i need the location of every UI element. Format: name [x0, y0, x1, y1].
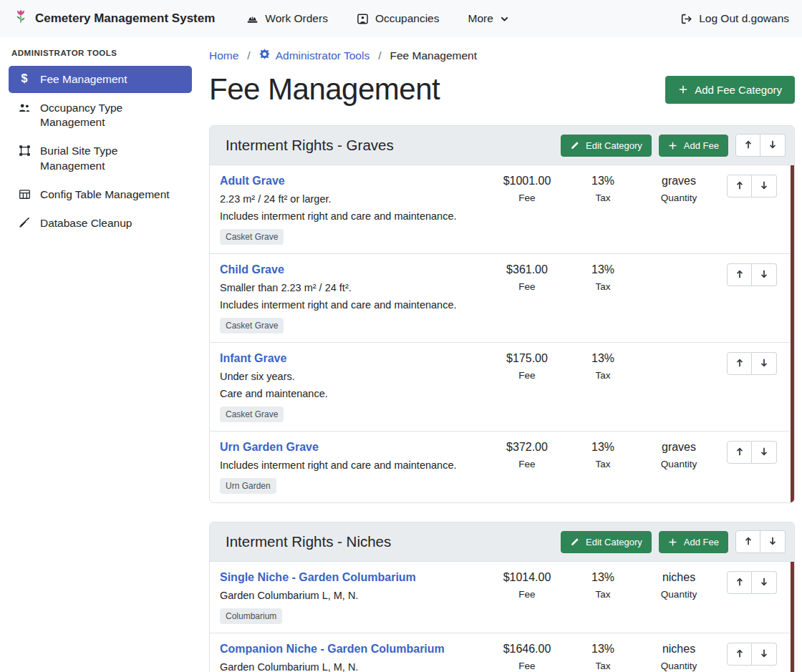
fee-move-up-button[interactable] — [727, 643, 752, 666]
sidebar-item-label: Fee Management — [40, 72, 127, 87]
fee-move-down-button[interactable] — [752, 263, 777, 286]
tax-rate-label: Tax — [565, 661, 641, 671]
add-fee-button[interactable]: Add Fee — [659, 135, 728, 157]
nav-item-occupancies[interactable]: Occupancies — [357, 12, 440, 25]
edit-category-button[interactable]: Edit Category — [561, 135, 652, 157]
sidebar-item-fee-management[interactable]: $Fee Management — [9, 66, 192, 93]
app-brand[interactable]: Cemetery Management System — [13, 9, 215, 29]
breadcrumb-separator: / — [378, 49, 381, 62]
arrow-down-icon — [759, 358, 769, 370]
category-header: Interment Rights - NichesEdit CategoryAd… — [210, 522, 794, 562]
tax-rate-label: Tax — [565, 589, 641, 600]
nav-item-work-orders[interactable]: Work Orders — [246, 12, 328, 25]
fee-amount: $175.00 — [489, 352, 565, 365]
fee-name-link[interactable]: Urn Garden Grave — [220, 441, 319, 454]
fee-move-up-button[interactable] — [727, 175, 752, 198]
edit-category-label: Edit Category — [586, 537, 642, 547]
nav-item-label: More — [468, 12, 493, 25]
logout-button[interactable]: Log Out d.gowans — [680, 12, 789, 25]
fee-move-down-button[interactable] — [752, 352, 777, 375]
fee-name-link[interactable]: Adult Grave — [220, 175, 285, 188]
fee-name-link[interactable]: Infant Grave — [220, 352, 286, 365]
fee-row: Adult Grave2.23 m² / 24 ft² or larger.In… — [210, 165, 794, 253]
sidebar-item-burial-site-type-management[interactable]: Burial Site Type Management — [9, 137, 192, 179]
fee-details: Companion Niche - Garden ColumbariumGard… — [220, 643, 489, 672]
chevron-down-icon — [500, 14, 509, 24]
logout-icon — [680, 13, 692, 25]
fee-category-card: Interment Rights - NichesEdit CategoryAd… — [209, 522, 795, 672]
pencil-icon — [570, 141, 579, 150]
fee-description: Under six years. — [220, 371, 482, 382]
fee-amount: $372.00 — [489, 441, 565, 454]
quantity-unit-column: gravesQuantity — [641, 175, 717, 203]
fee-description: Garden Columbarium L, M, N. — [220, 661, 482, 672]
sidebar-item-config-table-management[interactable]: Config Table Management — [9, 181, 192, 208]
tax-rate: 13% — [565, 441, 641, 454]
fee-name-link[interactable]: Companion Niche - Garden Columbarium — [220, 643, 445, 656]
fee-move-down-button[interactable] — [752, 571, 777, 594]
add-fee-button[interactable]: Add Fee — [659, 531, 728, 553]
fee-move-down-button[interactable] — [752, 175, 777, 198]
fee-reorder-group — [727, 441, 777, 464]
fee-category-card: Interment Rights - GravesEdit CategoryAd… — [209, 125, 795, 503]
sidebar-item-occupancy-type-management[interactable]: Occupancy Type Management — [9, 94, 192, 136]
fee-name-link[interactable]: Child Grave — [220, 263, 284, 276]
nav-item-label: Occupancies — [375, 12, 440, 25]
fee-list: Single Niche - Garden ColumbariumGarden … — [210, 562, 794, 672]
tax-rate-column: 13%Tax — [565, 643, 641, 671]
fee-amount: $361.00 — [489, 263, 565, 276]
nav-item-more[interactable]: More — [468, 12, 509, 25]
arrow-down-icon — [768, 536, 778, 548]
fee-amount-label: Fee — [489, 459, 565, 469]
category-reorder-group — [735, 134, 786, 157]
breadcrumb-home-link[interactable]: Home — [209, 49, 238, 62]
category-actions: Edit CategoryAdd Fee — [561, 530, 786, 553]
add-fee-category-button[interactable]: Add Fee Category — [665, 76, 795, 104]
tax-rate-label: Tax — [565, 193, 641, 203]
gear-icon — [259, 49, 270, 62]
fee-amount-label: Fee — [489, 589, 565, 600]
fee-list: Adult Grave2.23 m² / 24 ft² or larger.In… — [210, 165, 794, 502]
arrow-up-icon — [735, 180, 745, 193]
fee-amount-column: $1014.00Fee — [489, 571, 565, 600]
edit-category-label: Edit Category — [586, 140, 642, 151]
tax-rate: 13% — [565, 175, 641, 188]
fee-move-up-button[interactable] — [727, 263, 752, 286]
fee-move-down-button[interactable] — [752, 643, 777, 666]
category-move-down-button[interactable] — [760, 530, 786, 553]
sidebar-item-label: Burial Site Type Management — [40, 144, 184, 172]
fee-move-up-button[interactable] — [727, 441, 752, 464]
arrow-up-icon — [735, 358, 745, 370]
category-title: Interment Rights - Graves — [218, 137, 561, 154]
fee-move-up-button[interactable] — [727, 571, 752, 594]
tax-rate: 13% — [565, 263, 641, 276]
category-move-up-button[interactable] — [735, 530, 760, 553]
fee-row-actions — [717, 643, 783, 666]
fee-name-link[interactable]: Single Niche - Garden Columbarium — [220, 571, 416, 584]
tax-rate-column: 13%Tax — [565, 571, 641, 600]
fee-move-up-button[interactable] — [727, 352, 752, 375]
quantity-label: Quantity — [641, 459, 717, 469]
category-move-down-button[interactable] — [760, 134, 786, 157]
quantity-unit-column: gravesQuantity — [641, 441, 717, 469]
fee-description: 2.23 m² / 24 ft² or larger. — [220, 193, 482, 205]
breadcrumb: Home / Administrator Tools / Fee Managem… — [209, 49, 795, 62]
sidebar-heading: ADMINISTRATOR TOOLS — [0, 49, 200, 57]
table-icon — [16, 188, 32, 200]
fee-amount-label: Fee — [489, 193, 565, 203]
arrow-down-icon — [759, 180, 769, 193]
tax-rate: 13% — [565, 643, 641, 656]
broom-icon — [16, 217, 32, 229]
breadcrumb-admin-link[interactable]: Administrator Tools — [259, 49, 370, 62]
fee-details: Child GraveSmaller than 2.23 m² / 24 ft²… — [220, 263, 489, 333]
edit-category-button[interactable]: Edit Category — [561, 531, 652, 553]
sidebar-item-label: Occupancy Type Management — [40, 101, 184, 130]
sidebar-item-database-cleanup[interactable]: Database Cleanup — [9, 210, 192, 237]
category-reorder-group — [735, 530, 786, 553]
app-title: Cemetery Management System — [35, 11, 215, 26]
category-move-up-button[interactable] — [735, 134, 760, 157]
breadcrumb-admin-label: Administrator Tools — [276, 49, 370, 62]
fee-move-down-button[interactable] — [752, 441, 777, 464]
hardhat-icon — [246, 13, 259, 25]
fee-row: Urn Garden GraveIncludes interment right… — [210, 431, 794, 502]
